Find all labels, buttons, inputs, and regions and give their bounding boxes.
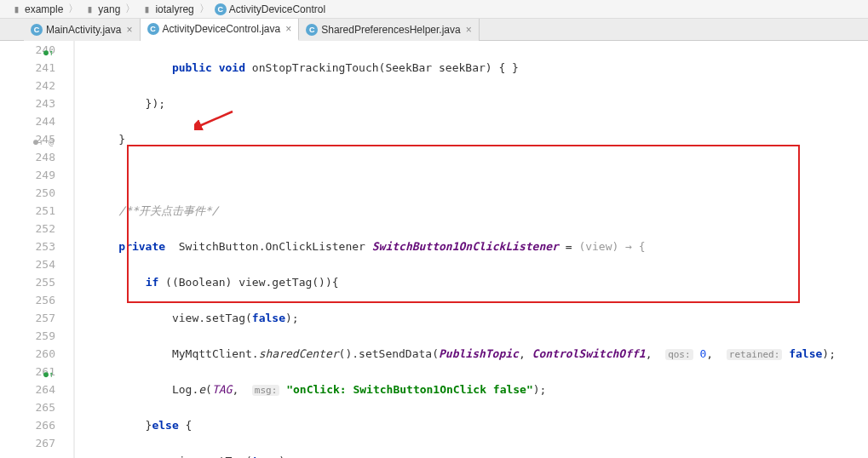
line-number: 254 — [36, 258, 55, 271]
line-number: 242 — [36, 79, 55, 92]
code-editor[interactable]: 240●↑ 241 242 243 244 245●↑ @ 248 249 25… — [0, 41, 868, 458]
folder-icon: ▮ — [141, 3, 152, 15]
breadcrumb-item-iotalyreg[interactable]: ▮ iotalyreg — [137, 3, 197, 15]
line-number: 267 — [36, 437, 55, 449]
fold-line — [73, 41, 74, 458]
class-icon: C — [306, 24, 318, 36]
class-icon: C — [147, 23, 159, 35]
tab-mainactivity[interactable]: C MainActivity.java × — [24, 19, 141, 41]
line-number: 266 — [36, 419, 55, 432]
tab-sharedpreferenceshelper[interactable]: C SharedPreferencesHelper.java × — [299, 19, 479, 41]
line-number: 244 — [36, 115, 55, 128]
breadcrumb-item-example[interactable]: ▮ example — [7, 3, 66, 15]
code-content[interactable]: public void onStopTrackingTouch(SeekBar … — [75, 41, 868, 458]
line-number: 251 — [36, 204, 55, 217]
close-icon[interactable]: × — [285, 23, 291, 35]
breadcrumb: ▮ example 〉 ▮ yang 〉 ▮ iotalyreg 〉 C Act… — [0, 0, 868, 19]
line-number: 259 — [36, 329, 55, 342]
line-number: 248 — [36, 151, 55, 163]
line-number: 241 — [36, 61, 55, 74]
chevron-right-icon: 〉 — [66, 2, 80, 16]
class-icon: C — [215, 3, 227, 15]
line-number: 249 — [36, 169, 55, 181]
switch-click-comment: /**开关点击事件*/ — [118, 204, 218, 217]
line-number: 260 — [36, 347, 55, 360]
line-gutter: 240●↑ 241 242 243 244 245●↑ @ 248 249 25… — [0, 41, 75, 458]
folder-icon: ▮ — [10, 3, 22, 15]
folder-icon: ▮ — [83, 3, 95, 15]
line-number: 256 — [36, 294, 55, 306]
svg-line-0 — [199, 112, 233, 126]
line-number: 252 — [36, 222, 55, 235]
line-number: 265 — [36, 401, 55, 414]
close-icon[interactable]: × — [466, 24, 472, 36]
tab-activitydevicecontrol[interactable]: C ActivityDeviceControl.java × — [141, 19, 300, 41]
line-number: 250 — [36, 186, 55, 199]
chevron-right-icon: 〉 — [198, 2, 211, 16]
line-number: 255 — [36, 276, 55, 289]
class-icon: C — [31, 24, 43, 36]
line-number: 257 — [36, 312, 55, 324]
line-number: 243 — [36, 97, 55, 110]
line-number: 253 — [36, 240, 55, 253]
breadcrumb-item-yang[interactable]: ▮ yang — [80, 3, 124, 15]
editor-tabs: C MainActivity.java × C ActivityDeviceCo… — [0, 19, 868, 41]
close-icon[interactable]: × — [126, 24, 132, 36]
line-number: 264 — [36, 383, 55, 396]
breadcrumb-item-class[interactable]: C ActivityDeviceControl — [211, 3, 329, 15]
chevron-right-icon: 〉 — [124, 2, 137, 16]
annotation-arrow-icon — [194, 109, 237, 130]
